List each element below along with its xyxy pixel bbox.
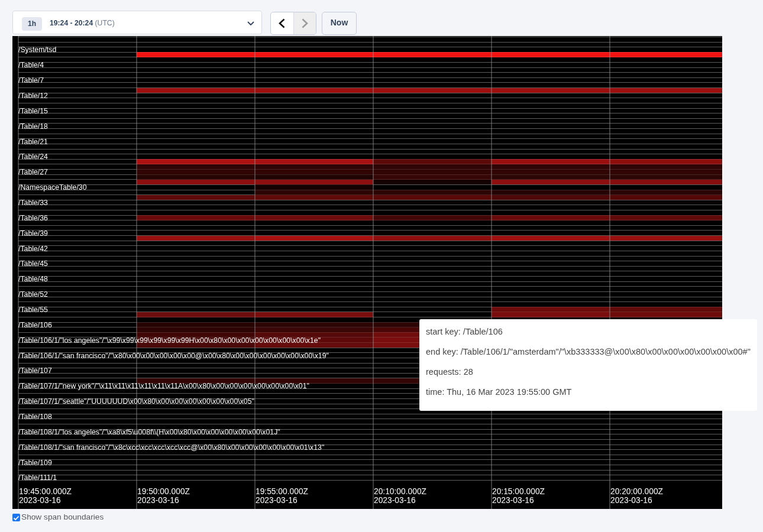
svg-text:/Table/4: /Table/4	[18, 61, 44, 69]
svg-text:/Table/15: /Table/15	[18, 107, 48, 115]
svg-text:2023-03-16: 2023-03-16	[610, 496, 652, 505]
svg-text:/Table/106/1/"los angeles"/"\x: /Table/106/1/"los angeles"/"\x99\x99\x99…	[18, 336, 321, 345]
svg-text:/Table/107/1/"new york"/"\x11\: /Table/107/1/"new york"/"\x11\x11\x11\x1…	[18, 382, 309, 390]
svg-text:2023-03-16: 2023-03-16	[19, 496, 61, 505]
svg-text:/Table/45: /Table/45	[18, 259, 48, 268]
svg-text:19:45:00.000Z: 19:45:00.000Z	[19, 487, 72, 496]
svg-text:/Table/24: /Table/24	[18, 153, 48, 161]
svg-text:2023-03-16: 2023-03-16	[256, 496, 298, 505]
svg-text:/Table/18: /Table/18	[18, 122, 48, 131]
svg-text:/Table/111/1: /Table/111/1	[18, 473, 57, 482]
svg-text:/Table/109: /Table/109	[18, 459, 52, 467]
svg-text:/Table/52: /Table/52	[18, 290, 48, 299]
svg-text:2023-03-16: 2023-03-16	[374, 496, 416, 505]
svg-text:20:10:00.000Z: 20:10:00.000Z	[374, 487, 426, 496]
svg-text:20:15:00.000Z: 20:15:00.000Z	[492, 487, 545, 496]
svg-text:/Table/55: /Table/55	[18, 306, 48, 314]
svg-text:/Table/107: /Table/107	[18, 366, 52, 375]
svg-text:2023-03-16: 2023-03-16	[492, 496, 534, 505]
svg-text:/Table/7: /Table/7	[18, 76, 44, 85]
svg-text:/Table/42: /Table/42	[18, 245, 48, 253]
svg-text:/Table/21: /Table/21	[18, 138, 48, 146]
svg-text:/Table/27: /Table/27	[18, 168, 48, 176]
svg-text:/Table/108/1/"san francisco"/": /Table/108/1/"san francisco"/"\x8c\xcc\x…	[18, 443, 324, 452]
svg-text:19:55:00.000Z: 19:55:00.000Z	[256, 487, 308, 496]
svg-text:/Table/106/1/"san francisco"/": /Table/106/1/"san francisco"/"\x80\x00\x…	[18, 352, 329, 360]
svg-text:20:20:00.000Z: 20:20:00.000Z	[610, 487, 663, 496]
svg-text:/NamespaceTable/30: /NamespaceTable/30	[18, 183, 87, 192]
svg-text:/Table/107/1/"seattle"/"UUUUUU: /Table/107/1/"seattle"/"UUUUUUD\x00\x80\…	[18, 397, 254, 406]
svg-text:/Table/106: /Table/106	[18, 321, 52, 329]
svg-text:/Table/33: /Table/33	[18, 199, 48, 207]
svg-text:/Table/108/1/"los angeles"/"\x: /Table/108/1/"los angeles"/"\xa8\xf5\u00…	[18, 428, 280, 436]
svg-text:2023-03-16: 2023-03-16	[137, 496, 179, 505]
svg-text:19:50:00.000Z: 19:50:00.000Z	[137, 487, 190, 496]
svg-text:/Table/48: /Table/48	[18, 275, 48, 283]
svg-text:/Table/39: /Table/39	[18, 229, 48, 238]
svg-text:/System/tsd: /System/tsd	[18, 46, 56, 54]
svg-text:/Table/12: /Table/12	[18, 92, 48, 100]
svg-text:/Table/36: /Table/36	[18, 214, 48, 222]
svg-text:/Table/108: /Table/108	[18, 413, 52, 421]
